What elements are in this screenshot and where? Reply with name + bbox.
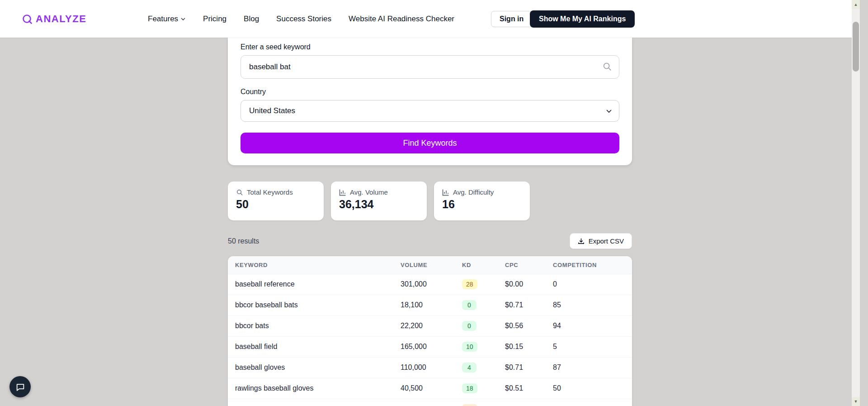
competition-cell: 5	[553, 336, 632, 357]
table-row: major league baseball standings 135,000 …	[228, 399, 632, 406]
stat-card-avg-difficulty: Avg. Difficulty 16	[434, 182, 530, 220]
nav-item-pricing[interactable]: Pricing	[203, 14, 226, 24]
chevron-down-icon	[180, 16, 186, 22]
cpc-cell: $0.44	[505, 399, 553, 406]
kd-badge: 18	[462, 383, 477, 393]
find-keywords-button[interactable]: Find Keywords	[241, 133, 619, 153]
chat-bubble-icon	[15, 382, 25, 392]
header-competition: COMPETITION	[553, 256, 632, 274]
nav-item-label: Pricing	[203, 14, 226, 24]
kd-badge: 28	[462, 279, 477, 289]
chevron-down-icon	[605, 107, 613, 115]
export-csv-button[interactable]: Export CSV	[570, 233, 632, 249]
scrollbar-thumb[interactable]	[853, 22, 859, 72]
nav-item-features[interactable]: Features	[148, 14, 186, 24]
download-icon	[578, 238, 585, 244]
kd-badge: 4	[462, 363, 476, 373]
main-content: Enter a seed keyword Country United Stat…	[0, 38, 860, 406]
ai-rankings-cta-button[interactable]: Show Me My AI Rankings	[530, 10, 635, 28]
competition-cell: 1	[553, 399, 632, 406]
competition-cell: 0	[553, 274, 632, 295]
country-label: Country	[241, 88, 619, 96]
table-header-row: KEYWORD VOLUME KD CPC COMPETITION	[228, 256, 632, 274]
nav-item-label: Success Stories	[276, 14, 331, 24]
stat-label: Avg. Difficulty	[453, 188, 494, 196]
volume-cell: 110,000	[401, 357, 462, 378]
volume-cell: 22,200	[401, 315, 462, 336]
chat-launcher-button[interactable]	[9, 376, 31, 397]
cpc-cell: $0.71	[505, 295, 553, 315]
keyword-cell: baseball gloves	[228, 357, 401, 378]
sign-in-button[interactable]: Sign in	[491, 11, 532, 27]
nav-item-ai-readiness-checker[interactable]: Website AI Readiness Checker	[349, 14, 454, 24]
export-csv-label: Export CSV	[589, 237, 624, 245]
brand-logo[interactable]: ANALYZE	[22, 0, 86, 38]
kd-cell: 0	[462, 315, 505, 336]
kd-badge: 62	[462, 404, 477, 406]
header-cpc: CPC	[505, 256, 553, 274]
cpc-cell: $0.71	[505, 357, 553, 378]
keyword-cell: baseball reference	[228, 274, 401, 295]
keyword-cell: major league baseball standings	[228, 399, 401, 406]
top-navbar: ANALYZE Features Pricing Blog Success St…	[0, 0, 860, 38]
keyword-cell: rawlings baseball gloves	[228, 378, 401, 399]
kd-badge: 10	[462, 342, 477, 352]
kd-cell: 18	[462, 378, 505, 399]
country-select[interactable]: United States	[241, 100, 619, 122]
keyword-cell: bbcor bats	[228, 315, 401, 336]
competition-cell: 85	[553, 295, 632, 315]
header-volume: VOLUME	[401, 256, 462, 274]
nav-item-blog[interactable]: Blog	[244, 14, 259, 24]
scrollbar[interactable]: ▲ ▼	[852, 0, 860, 406]
stat-value: 36,134	[339, 198, 419, 211]
country-select-value: United States	[249, 106, 295, 115]
volume-cell: 18,100	[401, 295, 462, 315]
brand-name: ANALYZE	[36, 13, 86, 25]
page: ANALYZE Features Pricing Blog Success St…	[0, 0, 860, 406]
stat-card-avg-volume: Avg. Volume 36,134	[331, 182, 427, 220]
scrollbar-down-arrow[interactable]: ▼	[852, 397, 860, 406]
cpc-cell: $0.56	[505, 315, 553, 336]
table-row: rawlings baseball gloves 40,500 18 $0.51…	[228, 378, 632, 399]
table-row: bbcor baseball bats 18,100 0 $0.71 85	[228, 295, 632, 315]
search-icon	[236, 189, 243, 196]
stat-card-total-keywords: Total Keywords 50	[228, 182, 324, 220]
nav-links: Features Pricing Blog Success Stories We…	[148, 0, 454, 38]
seed-keyword-label: Enter a seed keyword	[241, 43, 619, 51]
bar-chart-icon	[339, 189, 346, 196]
competition-cell: 87	[553, 357, 632, 378]
search-icon	[602, 62, 612, 72]
scrollbar-up-arrow[interactable]: ▲	[852, 0, 860, 9]
volume-cell: 301,000	[401, 274, 462, 295]
kd-cell: 0	[462, 295, 505, 315]
volume-cell: 40,500	[401, 378, 462, 399]
results-bar: 50 results Export CSV	[228, 233, 632, 249]
cpc-cell: $0.15	[505, 336, 553, 357]
stats-row: Total Keywords 50	[228, 182, 632, 220]
competition-cell: 50	[553, 378, 632, 399]
nav-item-label: Website AI Readiness Checker	[349, 14, 454, 24]
stat-label: Total Keywords	[247, 188, 293, 196]
nav-item-label: Features	[148, 14, 178, 24]
kd-cell: 28	[462, 274, 505, 295]
volume-cell: 165,000	[401, 336, 462, 357]
kd-badge: 0	[462, 321, 476, 331]
keyword-cell: baseball field	[228, 336, 401, 357]
seed-keyword-input[interactable]	[241, 55, 619, 79]
kd-cell: 10	[462, 336, 505, 357]
kd-cell: 4	[462, 357, 505, 378]
keyword-search-card: Enter a seed keyword Country United Stat…	[228, 38, 632, 165]
competition-cell: 94	[553, 315, 632, 336]
brand-q-icon	[22, 14, 33, 24]
results-count: 50 results	[228, 237, 259, 245]
bar-chart-icon	[442, 189, 449, 196]
keyword-cell: bbcor baseball bats	[228, 295, 401, 315]
nav-item-success-stories[interactable]: Success Stories	[276, 14, 331, 24]
header-keyword: KEYWORD	[228, 256, 401, 274]
stat-value: 16	[442, 198, 522, 211]
cpc-cell: $0.00	[505, 274, 553, 295]
stat-label: Avg. Volume	[350, 188, 388, 196]
volume-cell: 135,000	[401, 399, 462, 406]
nav-item-label: Blog	[244, 14, 259, 24]
cpc-cell: $0.51	[505, 378, 553, 399]
